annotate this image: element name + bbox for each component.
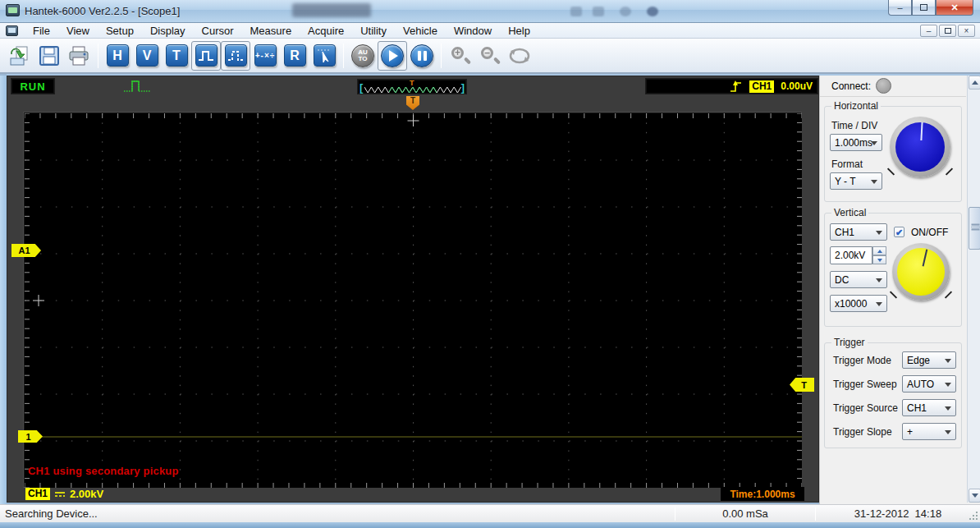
menu-vehicle[interactable]: Vehicle bbox=[395, 23, 446, 39]
restore-icon bbox=[945, 28, 951, 34]
trigger-mode-select[interactable]: Edge bbox=[902, 351, 956, 369]
horizontal-knob[interactable] bbox=[890, 117, 950, 177]
trigger-pulse-icon bbox=[122, 79, 152, 94]
trigger-level-value: 0.00uV bbox=[781, 80, 813, 92]
close-button[interactable]: ✕ bbox=[936, 0, 973, 16]
menu-measure[interactable]: Measure bbox=[242, 23, 300, 39]
trigger-setup-icon: T bbox=[166, 44, 188, 67]
pause-button[interactable] bbox=[407, 41, 437, 71]
channel-scale: 2.00kV bbox=[70, 488, 103, 500]
zoom-in-button[interactable]: + bbox=[446, 41, 475, 71]
menu-file[interactable]: File bbox=[25, 23, 58, 39]
scrollbar-thumb[interactable] bbox=[969, 207, 980, 250]
trigger-position-marker[interactable]: T bbox=[406, 96, 419, 110]
minimize-button[interactable]: – bbox=[888, 0, 912, 16]
open-file-button[interactable] bbox=[5, 41, 34, 71]
time-div-value: 1.000ms bbox=[835, 137, 872, 149]
spinner-up-button[interactable] bbox=[872, 246, 886, 255]
square-wave-icon bbox=[195, 44, 218, 67]
scope-display-area: RUN T [ ] CH1 0.00uV T CH1 using seconda… bbox=[7, 76, 819, 503]
channel-readout: CH1 2.00kV bbox=[25, 488, 103, 500]
dashed-wave-icon bbox=[225, 44, 247, 67]
menu-view[interactable]: View bbox=[58, 23, 98, 39]
horizontal-setup-button[interactable]: H bbox=[103, 41, 132, 71]
coupling-value: DC bbox=[835, 274, 849, 286]
mdi-minimize-button[interactable]: – bbox=[920, 25, 937, 37]
print-button[interactable] bbox=[64, 41, 94, 71]
run-status-box: RUN bbox=[11, 78, 55, 94]
preview-left-bracket[interactable]: [ bbox=[359, 81, 363, 94]
autoset-button[interactable]: AUTO bbox=[348, 41, 378, 71]
reference-button[interactable]: R bbox=[280, 41, 309, 71]
preview-waveform bbox=[364, 85, 461, 94]
status-message: Searching Device... bbox=[5, 507, 98, 520]
trigger-channel-chip: CH1 bbox=[749, 80, 774, 93]
channel-select[interactable]: CH1 bbox=[830, 223, 887, 241]
pause-icon bbox=[410, 44, 433, 67]
sample-rate: 0.00 mSa bbox=[675, 507, 815, 520]
trigger-slope-select[interactable]: + bbox=[902, 423, 956, 440]
connect-label: Connect: bbox=[831, 80, 871, 92]
menu-cursor[interactable]: Cursor bbox=[194, 23, 242, 39]
mdi-restore-button[interactable] bbox=[939, 25, 956, 37]
vertical-group-title: Vertical bbox=[831, 207, 868, 218]
menu-utility[interactable]: Utility bbox=[352, 23, 395, 39]
volts-div-spinner[interactable]: 2.00kV bbox=[830, 246, 872, 264]
preview-right-bracket[interactable]: ] bbox=[461, 81, 465, 94]
blurred-overlay bbox=[292, 3, 371, 17]
menu-bar: File View Setup Display Cursor Measure A… bbox=[0, 23, 980, 39]
save-button[interactable] bbox=[34, 41, 64, 71]
trigger-setup-button[interactable]: T bbox=[162, 41, 191, 71]
spinner-down-button[interactable] bbox=[872, 255, 886, 264]
maximize-icon bbox=[920, 4, 927, 11]
start-button[interactable] bbox=[378, 41, 407, 71]
title-bar[interactable]: Hantek-6000 Ver2.2.5 - [Scope1] – ✕ bbox=[0, 0, 980, 23]
trigger-source-select[interactable]: CH1 bbox=[902, 399, 956, 416]
resize-grip[interactable] bbox=[969, 511, 978, 521]
vertical-setup-button[interactable]: V bbox=[132, 41, 162, 71]
pass-fail-button[interactable] bbox=[505, 41, 534, 71]
vertical-setup-icon: V bbox=[136, 44, 158, 67]
zoom-out-icon: – bbox=[479, 45, 501, 67]
time-div-select[interactable]: 1.000ms bbox=[830, 134, 882, 151]
toolbar: H V T +-×÷ R AUTO + – bbox=[0, 39, 980, 74]
connect-indicator-led bbox=[876, 78, 891, 94]
format-select[interactable]: Y - T bbox=[830, 172, 882, 190]
trigger-mode-value: Edge bbox=[907, 355, 930, 366]
waveform-preview-strip[interactable]: T [ ] bbox=[357, 79, 467, 94]
waveform-plot bbox=[25, 113, 802, 488]
channel-a1-marker[interactable]: A1 bbox=[11, 244, 41, 257]
onoff-label: ON/OFF bbox=[911, 227, 948, 238]
channel-chip[interactable]: CH1 bbox=[25, 488, 50, 500]
trigger-sweep-select[interactable]: AUTO bbox=[902, 375, 956, 393]
menu-setup[interactable]: Setup bbox=[98, 23, 142, 39]
maximize-button[interactable] bbox=[912, 0, 936, 16]
scrollbar-up-button[interactable] bbox=[969, 76, 980, 90]
cursor-measure-button[interactable] bbox=[309, 41, 339, 71]
mdi-close-button[interactable]: × bbox=[958, 25, 975, 37]
toolbar-separator bbox=[441, 44, 442, 68]
dc-coupling-icon bbox=[54, 489, 66, 499]
run-status: RUN bbox=[20, 80, 45, 93]
vertical-knob[interactable] bbox=[892, 243, 950, 301]
reference-icon: R bbox=[284, 44, 306, 67]
waveform-reference-button[interactable] bbox=[221, 41, 250, 71]
probe-select[interactable]: x10000 bbox=[830, 295, 887, 312]
menu-acquire[interactable]: Acquire bbox=[300, 23, 352, 39]
menu-window[interactable]: Window bbox=[446, 23, 500, 39]
scrollbar-down-button[interactable] bbox=[969, 489, 980, 503]
oscilloscope-grid[interactable]: CH1 using secondary pickup A1 1 T bbox=[24, 112, 801, 487]
window-title: Hantek-6000 Ver2.2.5 - [Scope1] bbox=[25, 5, 180, 17]
panel-scrollbar[interactable] bbox=[967, 76, 980, 503]
tray-badge-icon bbox=[570, 7, 582, 16]
coupling-select[interactable]: DC bbox=[830, 271, 887, 288]
waveform-normal-button[interactable] bbox=[191, 41, 221, 71]
zoom-out-button[interactable]: – bbox=[475, 41, 505, 71]
menu-help[interactable]: Help bbox=[500, 23, 538, 39]
math-button[interactable]: +-×÷ bbox=[250, 41, 280, 71]
scope-document-icon[interactable] bbox=[6, 25, 18, 36]
menu-display[interactable]: Display bbox=[142, 23, 194, 39]
channel-onoff-checkbox[interactable]: ✔ bbox=[894, 227, 904, 237]
channel-select-value: CH1 bbox=[835, 227, 854, 238]
horizontal-knob-face bbox=[895, 122, 946, 172]
